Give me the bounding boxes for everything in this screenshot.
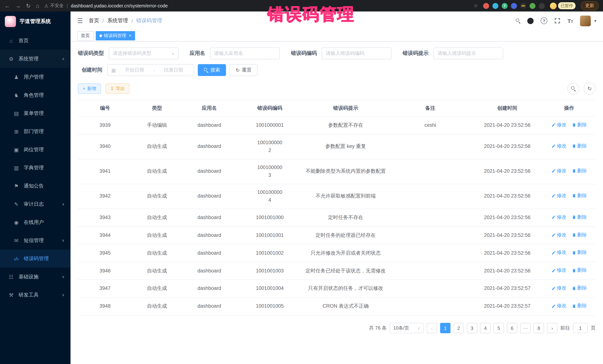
delete-link[interactable]: 删除 — [572, 267, 587, 274]
refresh-icon[interactable]: ↻ — [26, 2, 31, 9]
user-avatar[interactable] — [580, 15, 591, 26]
delete-link[interactable]: 删除 — [572, 167, 587, 175]
sidebar-item-notice[interactable]: ⚑通知公告 — [0, 177, 70, 195]
table-toolbar: + 新增 ↧ 导出 ↻ — [78, 83, 596, 95]
sidebar-item-devtools[interactable]: ⚒研发工具∨ — [0, 286, 70, 304]
page-button-3[interactable]: 3 — [467, 323, 477, 333]
sidebar-item-menu[interactable]: ▤菜单管理 — [0, 104, 70, 122]
page-ellipsis[interactable]: ··· — [520, 323, 531, 333]
caret-down-icon[interactable]: ▾ — [594, 18, 596, 23]
edit-link[interactable]: 修改 — [551, 192, 567, 199]
prev-page-button[interactable]: ‹ — [427, 323, 437, 333]
page-button-1[interactable]: 1 — [440, 323, 451, 333]
extension-puzzle-icon[interactable] — [539, 3, 545, 9]
address-bar[interactable]: ⚠ 不安全 | dashboard.yudao.iocoder.cn/syste… — [44, 3, 478, 9]
sidebar-item-post[interactable]: ▣岗位管理 — [0, 141, 70, 159]
extension-red-icon[interactable] — [483, 3, 489, 9]
search-button[interactable]: 搜索 — [198, 64, 226, 76]
delete-link[interactable]: 删除 — [572, 249, 587, 256]
browser-profile-chip[interactable]: 已暂停 — [550, 2, 576, 9]
delete-link[interactable]: 删除 — [572, 121, 587, 129]
search-icon[interactable] — [516, 19, 520, 23]
edit-link[interactable]: 修改 — [551, 285, 567, 292]
table-row: 3948自动生成dashboard1001001005CRON 表达式不正确20… — [78, 298, 596, 316]
extension-grid-icon[interactable] — [511, 3, 517, 9]
error-type-select[interactable]: 请选择错误码类型 ∨ — [109, 47, 178, 59]
warning-icon: ⚠ — [44, 3, 48, 8]
sidebar-item-sms[interactable]: ✉短信管理∨ — [0, 231, 70, 249]
sidebar-item-system[interactable]: ⚙系统管理∧ — [0, 50, 70, 68]
back-icon[interactable]: ← — [4, 3, 10, 9]
delete-link[interactable]: 删除 — [572, 192, 587, 199]
edit-link[interactable]: 修改 — [551, 267, 567, 274]
show-search-toggle-button[interactable] — [567, 83, 579, 95]
edit-link[interactable]: 修改 — [551, 143, 567, 150]
sidebar-item-errcode[interactable]: ‹/›错误码管理 — [0, 249, 70, 268]
reset-icon: ↻ — [236, 67, 240, 73]
bookmark-star-icon[interactable]: ☆ — [474, 3, 478, 9]
goto-page-input[interactable] — [573, 323, 588, 333]
cell-remark — [389, 284, 472, 293]
edit-link[interactable]: 修改 — [551, 213, 567, 221]
sidebar-item-role[interactable]: ♞角色管理 — [0, 86, 70, 104]
delete-link[interactable]: 删除 — [572, 285, 587, 292]
delete-link[interactable]: 删除 — [572, 231, 587, 239]
edit-link[interactable]: 修改 — [551, 231, 567, 239]
browser-update-button[interactable]: 更新 — [581, 1, 599, 10]
extension-drop-icon[interactable] — [492, 3, 498, 9]
sidebar-item-audit[interactable]: ✎审计日志∨ — [0, 195, 70, 213]
delete-link[interactable]: 删除 — [572, 213, 587, 221]
fullscreen-icon[interactable] — [554, 18, 560, 24]
home-icon[interactable]: ⌂ — [36, 3, 39, 9]
page-button-5[interactable]: 5 — [494, 323, 504, 333]
add-button[interactable]: + 新增 — [78, 83, 101, 94]
delete-link[interactable]: 删除 — [572, 143, 587, 150]
app-logo[interactable]: 芋道管理系统 — [0, 11, 70, 32]
font-size-icon[interactable]: TT — [567, 18, 573, 24]
date-range-picker[interactable]: ▦ 开始日期 - 结束日期 — [107, 64, 194, 76]
extension-tampermonkey-icon[interactable]: on — [520, 3, 526, 9]
sidebar-item-dept[interactable]: ⊞部门管理 — [0, 122, 70, 141]
sidebar-item-label: 在线用户 — [24, 219, 44, 226]
sidebar-item-dict[interactable]: ▥字典管理 — [0, 159, 70, 177]
cell-type: 自动生成 — [132, 227, 182, 244]
breadcrumb-system[interactable]: 系统管理 — [107, 17, 128, 24]
page-size-select[interactable]: 10条/页 ∨ — [390, 323, 424, 333]
breadcrumb-home[interactable]: 首页 — [89, 17, 99, 24]
export-button[interactable]: ↧ 导出 — [105, 83, 129, 94]
error-code-input[interactable]: 请输入错误码编码 — [322, 47, 392, 59]
top-header: ☰ 首页 / 系统管理 / 错误码管理 ? TT ▾ — [70, 11, 603, 30]
extension-leaf-icon[interactable] — [530, 3, 535, 9]
tab-首页[interactable]: 首页 — [77, 31, 93, 40]
github-icon[interactable] — [527, 18, 533, 24]
extension-vue-devtools-icon[interactable]: V — [502, 3, 508, 9]
reset-button[interactable]: ↻ 重置 — [230, 64, 257, 76]
tab-错误码管理[interactable]: 错误码管理× — [96, 31, 135, 40]
hamburger-icon[interactable]: ☰ — [77, 17, 83, 25]
cell-remark — [389, 249, 472, 258]
next-page-button[interactable]: › — [547, 323, 557, 333]
cell-message: 只允许修改为开启或者关闭状态 — [303, 245, 389, 262]
close-icon[interactable]: × — [129, 33, 131, 38]
help-icon[interactable]: ? — [541, 17, 547, 24]
page-button-2[interactable]: 2 — [453, 323, 464, 333]
refresh-table-button[interactable]: ↻ — [584, 83, 596, 95]
column-header: 创建时间 — [472, 100, 543, 116]
page-button-8[interactable]: 8 — [533, 323, 544, 333]
forward-icon[interactable]: → — [15, 3, 21, 9]
sidebar-item-online[interactable]: ◉在线用户 — [0, 213, 70, 231]
table-row: 3941自动生成dashboard1001000003不能删除类型为系统内置的参… — [78, 159, 596, 184]
sidebar-item-infra[interactable]: ☷基础设施∨ — [0, 268, 70, 286]
edit-link[interactable]: 修改 — [551, 121, 567, 129]
sidebar-item-home[interactable]: ⌂首页 — [0, 32, 70, 50]
sidebar-item-user[interactable]: ♟用户管理 — [0, 68, 70, 86]
page-button-4[interactable]: 4 — [480, 323, 491, 333]
error-msg-input[interactable]: 请输入错误码提示 — [433, 47, 503, 59]
delete-link[interactable]: 删除 — [572, 302, 587, 310]
edit-link[interactable]: 修改 — [551, 302, 567, 310]
sidebar-menu: ⌂首页⚙系统管理∧♟用户管理♞角色管理▤菜单管理⊞部门管理▣岗位管理▥字典管理⚑… — [0, 32, 70, 304]
edit-link[interactable]: 修改 — [551, 167, 567, 175]
app-name-input[interactable]: 请输入应用名 — [210, 47, 280, 59]
page-button-6[interactable]: 6 — [507, 323, 517, 333]
edit-link[interactable]: 修改 — [551, 249, 567, 256]
